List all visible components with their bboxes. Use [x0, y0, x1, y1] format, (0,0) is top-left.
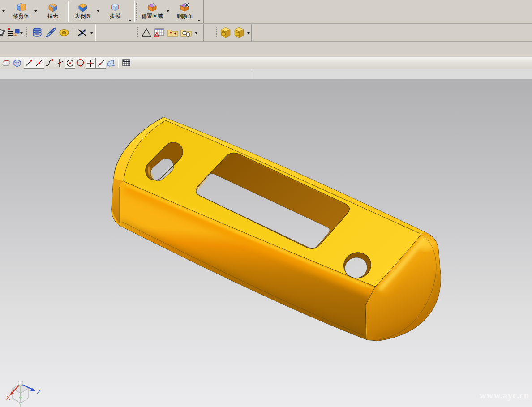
wire-cube-icon[interactable] — [12, 58, 22, 69]
dropdown-caret[interactable] — [195, 32, 197, 34]
shell-icon — [47, 2, 58, 13]
point-snap-button[interactable] — [86, 58, 96, 69]
model-canvas: X Z Y — [0, 79, 532, 407]
more-caret[interactable] — [129, 20, 131, 21]
status-bar — [0, 69, 532, 79]
trim-body-icon — [16, 2, 26, 13]
triad-x-label: X — [6, 394, 10, 401]
trim-body-label: 修剪体 — [8, 13, 34, 19]
torus-coil-icon[interactable] — [58, 27, 70, 39]
endpoint-snap-button[interactable] — [24, 58, 34, 69]
snap-toolbar — [0, 57, 532, 69]
edge-blend-label: 边倒圆 — [71, 13, 95, 19]
triangle-icon[interactable] — [141, 27, 152, 39]
edge-blend-icon — [77, 2, 88, 13]
draft-label: 拔模 — [104, 13, 126, 19]
toolbar-grip[interactable] — [216, 27, 217, 38]
offset-region-icon — [147, 2, 158, 13]
toolbar-area: 修剪体 抽壳 边倒圆 — [0, 0, 532, 69]
dropdown-caret[interactable] — [20, 32, 23, 34]
surface-point-icon[interactable] — [106, 58, 116, 69]
offset-region-label: 偏置区域 — [138, 13, 167, 19]
feature-toolbar: 修剪体 抽壳 边倒圆 — [0, 0, 204, 23]
grid-snap-icon[interactable] — [121, 58, 132, 69]
extension-spring-icon[interactable] — [45, 27, 56, 39]
selection-wedge-icon[interactable] — [0, 27, 6, 39]
suppress-spring-icon[interactable] — [76, 27, 89, 39]
part-body[interactable] — [112, 117, 441, 341]
dropdown-caret[interactable] — [34, 10, 37, 12]
shell-button[interactable]: 抽壳 — [41, 1, 64, 22]
center-snap-button[interactable] — [65, 58, 75, 69]
shell-label: 抽壳 — [41, 13, 64, 19]
toolbar-grip[interactable] — [136, 3, 137, 21]
dropdown-caret[interactable] — [247, 32, 250, 34]
curve-point-snap-icon[interactable] — [44, 58, 55, 69]
triad-z-label: Z — [37, 389, 40, 395]
dropdown-caret[interactable] — [90, 32, 93, 34]
selection-list-icon[interactable] — [7, 27, 20, 39]
draft-button[interactable]: 拔模 — [104, 1, 126, 22]
folder-points-icon[interactable] — [167, 27, 179, 39]
dropdown-caret[interactable] — [97, 10, 99, 12]
point-on-curve-snap-button[interactable] — [96, 58, 106, 69]
offset-region-button[interactable]: 偏置区域 — [138, 1, 167, 22]
box-lock-alt-icon[interactable] — [233, 26, 245, 39]
more-caret[interactable] — [197, 20, 200, 21]
edge-blend-button[interactable]: 边倒圆 — [71, 1, 95, 22]
triad-y-label: Y — [18, 401, 22, 407]
rounded-solid-icon[interactable] — [1, 58, 12, 69]
nx-window: 修剪体 抽壳 边倒圆 — [0, 0, 532, 407]
coil-spring-icon[interactable] — [31, 27, 43, 39]
intersection-snap-icon[interactable] — [55, 58, 65, 69]
dropdown-caret[interactable] — [2, 10, 5, 12]
folder-circles-icon[interactable] — [180, 27, 193, 39]
quadrant-snap-icon[interactable] — [75, 58, 86, 69]
toolbar-grip[interactable] — [137, 27, 138, 38]
graphics-viewport[interactable]: X Z Y www.ayc.cn — [0, 79, 532, 407]
dropdown-caret[interactable] — [167, 10, 169, 12]
draft-icon — [110, 2, 120, 13]
table-icon[interactable] — [154, 27, 165, 39]
toolbar-grip[interactable] — [26, 27, 27, 38]
trim-body-button[interactable]: 修剪体 — [8, 1, 34, 22]
delete-face-icon — [179, 2, 190, 13]
utility-toolbar — [0, 24, 532, 41]
midpoint-snap-button[interactable] — [34, 58, 44, 69]
delete-face-button[interactable]: 删除面 — [172, 1, 197, 22]
orientation-triad: X Z Y — [6, 381, 40, 407]
delete-face-label: 删除面 — [172, 13, 197, 19]
box-lock-icon[interactable] — [219, 26, 232, 39]
watermark: www.ayc.cn — [480, 390, 529, 401]
